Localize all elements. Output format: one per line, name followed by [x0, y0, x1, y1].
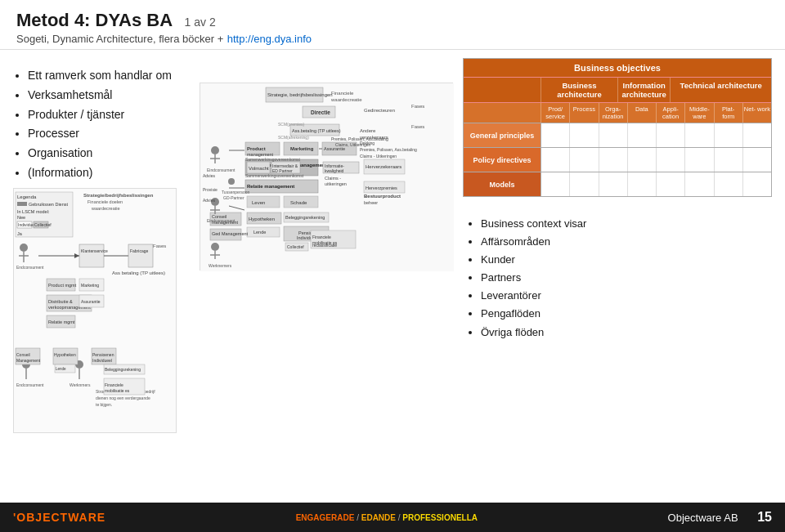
- svg-text:Strategie/bedrijfsbeslissingen: Strategie/bedrijfsbeslissingen: [83, 193, 154, 198]
- fw-row-label-models: Models: [464, 172, 541, 196]
- svg-text:Relatie management: Relatie management: [247, 184, 294, 189]
- svg-text:Klantenservice: Klantenservice: [81, 248, 108, 253]
- svg-text:Strategie, bedrijfsbeslissinge: Strategie, bedrijfsbeslissingen: [267, 92, 333, 97]
- fw-col-0: Prod/ service: [541, 103, 570, 123]
- svg-text:Ja: Ja: [17, 231, 23, 236]
- bc-item-0: Affärsområden: [481, 233, 772, 251]
- fw-col-6: Plat- form: [715, 103, 743, 123]
- svg-text:GD-Partner: GD-Partner: [223, 195, 244, 200]
- header-link[interactable]: http://eng.dya.info: [227, 33, 312, 45]
- fw-col-1: Process: [570, 103, 599, 123]
- fw-row-policy: Policy directives: [464, 147, 771, 172]
- intro-bullet-list: Ett ramverk som handlar om Verksamhetsmå…: [13, 58, 193, 183]
- fw-cell-g4: [656, 123, 684, 147]
- fw-row-cells-policy: [541, 148, 771, 172]
- fw-spacer: [464, 78, 541, 102]
- business-context-section: Business context visar Affärsområden Kun…: [463, 208, 772, 342]
- fw-cell-p7: [742, 148, 771, 172]
- page-indicator: 1 av 2: [185, 16, 216, 29]
- svg-point-124: [211, 146, 219, 154]
- svg-text:waardecreatie: waardecreatie: [330, 97, 362, 102]
- framework-grid: Business objectives Business architectur…: [463, 58, 772, 197]
- fw-col-4: Appli- cation: [657, 103, 685, 123]
- fw-cell-g5: [684, 123, 713, 147]
- footer-tagline: ENGAGERADE / EDANDE / PROFESSIONELLA: [296, 513, 478, 522]
- svg-text:Ged Management: Ged Management: [212, 231, 248, 236]
- bc-item-3: Leverantörer: [481, 287, 772, 305]
- fw-cell-m4: [656, 172, 684, 196]
- svg-text:Lende: Lende: [56, 367, 66, 371]
- subtitle-text: Sogeti, Dynamic Architecture, flera böck…: [16, 33, 223, 45]
- fw-cell-p2: [599, 148, 627, 172]
- fw-cell-p1: [569, 148, 598, 172]
- svg-text:Herverzekeraars: Herverzekeraars: [366, 164, 401, 169]
- fw-cell-g0: [541, 123, 569, 147]
- bc-item-4: Pengaflöden: [481, 305, 772, 323]
- footer-logo-object: OBJECT: [16, 511, 68, 524]
- bc-heading: Business context visar: [481, 215, 772, 233]
- svg-text:uitkeringen: uitkeringen: [325, 181, 347, 186]
- fw-cell-g2: [599, 123, 627, 147]
- svg-text:Financiele: Financiele: [105, 382, 123, 387]
- fw-ta-header: Technical architecture: [671, 78, 771, 102]
- svg-text:Collectief: Collectief: [34, 222, 52, 227]
- svg-text:Product: Product: [247, 146, 266, 151]
- footer-sep-1: /: [357, 513, 359, 522]
- fw-cell-g7: [742, 123, 771, 147]
- svg-text:Bestuurproduct: Bestuurproduct: [364, 194, 401, 199]
- svg-text:beheer: beheer: [364, 200, 378, 205]
- framework-col-headers: Prod/ service Process Orga- nization Dat…: [464, 102, 771, 123]
- page-header: Metod 4: DYAs BA 1 av 2 Sogeti, Dynamic …: [0, 0, 785, 50]
- footer-page-number: 15: [757, 510, 772, 524]
- footer-logo: 'OBJECTWARE: [13, 511, 105, 524]
- fw-row-label-general: General principles: [464, 123, 541, 147]
- svg-text:Financiele: Financiele: [331, 91, 354, 96]
- fw-cell-p5: [684, 148, 713, 172]
- svg-text:Werknemers: Werknemers: [209, 263, 232, 268]
- svg-text:Endconsument: Endconsument: [16, 382, 44, 387]
- svg-text:Gebruikssen Dienst: Gebruikssen Dienst: [29, 202, 68, 207]
- fw-cell-m5: [684, 172, 713, 196]
- svg-text:Advies: Advies: [203, 173, 216, 178]
- fw-col-7: Net- work: [743, 103, 771, 123]
- bc-item-1: Kunder: [481, 251, 772, 269]
- svg-text:Product mgmt: Product mgmt: [48, 283, 77, 288]
- fw-ba-header: Business architecture: [541, 78, 618, 102]
- fw-col-5: Middle- ware: [685, 103, 714, 123]
- svg-text:Ass.betaling (TP uitlees): Ass.betaling (TP uitlees): [292, 128, 341, 133]
- svg-rect-2: [17, 202, 27, 206]
- svg-text:Nee: Nee: [17, 215, 25, 220]
- svg-text:Assurantie: Assurantie: [81, 299, 101, 304]
- fw-cell-g3: [627, 123, 656, 147]
- svg-text:Herverzpremies: Herverzpremies: [366, 186, 397, 190]
- fw-cell-p0: [541, 148, 569, 172]
- svg-text:Hypotheken: Hypotheken: [249, 217, 275, 221]
- left-column: Ett ramverk som handlar om Verksamhetsmå…: [13, 58, 193, 495]
- svg-text:Directie: Directie: [311, 110, 330, 115]
- page-title: Metod 4: DYAs BA: [16, 10, 173, 30]
- svg-text:Leven: Leven: [252, 200, 265, 205]
- fw-col-2: Orga- nization: [599, 103, 628, 123]
- svg-text:mobilisatie es: mobilisatie es: [105, 388, 130, 393]
- fw-row-cells-general: [541, 123, 771, 147]
- header-subtitle: Sogeti, Dynamic Architecture, flera böck…: [16, 31, 769, 46]
- bullet-item-2: Processer: [28, 124, 193, 144]
- svg-text:Distributie &: Distributie &: [48, 299, 73, 304]
- fw-cell-p4: [656, 148, 684, 172]
- right-column: Business objectives Business architectur…: [463, 58, 772, 495]
- svg-text:Hypotheken: Hypotheken: [54, 352, 76, 357]
- footer-right: Objectware AB 15: [668, 510, 772, 525]
- svg-text:In LSCM model:: In LSCM model:: [17, 209, 50, 214]
- fw-cell-p6: [714, 148, 742, 172]
- bullet-item-4: (Information): [28, 163, 193, 183]
- svg-text:reclassificatie: reclassificatie: [312, 243, 337, 248]
- footer-company: Objectware AB: [668, 512, 738, 524]
- svg-text:Fases: Fases: [411, 104, 424, 109]
- bullet-item-3: Organisation: [28, 144, 193, 163]
- svg-text:Collectief: Collectief: [287, 244, 304, 249]
- bc-item-5: Övriga flöden: [481, 324, 772, 342]
- svg-text:Legenda: Legenda: [17, 194, 37, 199]
- footer-tag-edande: EDANDE: [361, 513, 396, 522]
- lscm-diagram: Legenda Gebruikssen Dienst In LSCM model…: [13, 188, 177, 433]
- fw-cell-m6: [714, 172, 742, 196]
